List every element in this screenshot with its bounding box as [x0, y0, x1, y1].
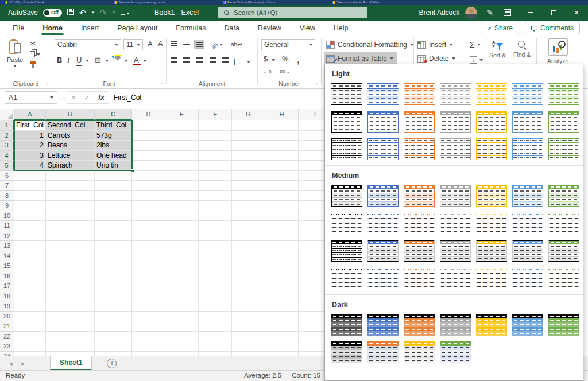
grid-cell-i6[interactable] [299, 171, 324, 181]
grid-cell-i23[interactable] [299, 341, 324, 352]
grid-cell-d18[interactable] [132, 291, 165, 302]
grid-cell-b23[interactable] [46, 341, 95, 352]
grid-cell-g9[interactable] [232, 201, 265, 211]
grid-cell-e1[interactable] [165, 120, 199, 131]
grid-cell-f3[interactable] [199, 141, 232, 151]
save-button[interactable] [67, 9, 74, 17]
grid-cell-h7[interactable] [265, 181, 299, 191]
number-dialog-launcher-icon[interactable]: ¬ [316, 81, 319, 86]
grid-cell-b5[interactable]: Spinach [46, 161, 95, 171]
top-align-button[interactable] [169, 40, 179, 49]
grid-cell-h11[interactable] [265, 221, 299, 231]
grid-cell-f5[interactable] [199, 161, 232, 171]
row-header-10[interactable]: 10 [0, 211, 14, 221]
table-style-thumbnail[interactable] [475, 184, 508, 207]
row-header-15[interactable]: 15 [0, 261, 14, 271]
grid-cell-h1[interactable] [265, 120, 299, 131]
row-header-22[interactable]: 22 [0, 332, 14, 342]
column-header-g[interactable]: G [232, 109, 265, 120]
grid-cell-c6[interactable] [95, 171, 132, 181]
select-all-corner[interactable] [0, 109, 14, 120]
grid-cell-f19[interactable] [199, 301, 232, 312]
align-center-button[interactable] [181, 56, 192, 65]
grid-cell-i13[interactable] [299, 241, 324, 251]
row-header-17[interactable]: 17 [0, 281, 14, 291]
grid-cell-h8[interactable] [265, 191, 299, 201]
row-header-4[interactable]: 4 [0, 151, 14, 161]
column-header-b[interactable]: B [46, 109, 95, 120]
grid-cell-d20[interactable] [132, 312, 165, 322]
sheet-nav-left-icon[interactable]: ◂ [9, 360, 13, 367]
browser-tab[interactable]: Excel Online (Business) - Conn [218, 0, 327, 5]
grid-cell-d21[interactable] [132, 321, 165, 332]
grid-cell-h16[interactable] [265, 271, 299, 282]
table-style-thumbnail[interactable] [475, 138, 508, 161]
grid-cell-g18[interactable] [232, 291, 265, 302]
grid-cell-i8[interactable] [299, 191, 324, 201]
increase-font-size-button[interactable]: Aˆ [148, 40, 154, 48]
grid-cell-a22[interactable] [14, 332, 46, 342]
table-style-thumbnail[interactable] [403, 212, 435, 235]
share-button[interactable]: ↗Share [481, 22, 519, 34]
grid-cell-a13[interactable] [14, 241, 46, 251]
grid-cell-c11[interactable] [95, 221, 132, 231]
maximize-button[interactable] [542, 5, 565, 21]
grid-cell-a18[interactable] [14, 291, 46, 302]
grid-cell-f8[interactable] [199, 191, 232, 201]
table-style-thumbnail[interactable] [439, 110, 471, 133]
browser-tab[interactable]: (7,166) - Granted Book [0, 0, 109, 5]
decrease-decimal-button[interactable]: .00→ [278, 69, 290, 75]
row-header-19[interactable]: 19 [0, 301, 14, 312]
row-header-24[interactable]: 24 [0, 352, 14, 356]
grid-cell-i1[interactable] [299, 120, 324, 131]
grid-cell-a7[interactable] [14, 181, 46, 191]
grid-cell-f22[interactable] [199, 332, 232, 342]
table-style-thumbnail[interactable] [439, 83, 471, 106]
table-style-thumbnail[interactable] [367, 184, 399, 207]
grid-cell-f17[interactable] [199, 281, 232, 291]
grid-cell-i3[interactable] [299, 141, 324, 151]
table-style-thumbnail[interactable] [475, 110, 508, 133]
grid-cell-h15[interactable] [265, 261, 299, 271]
table-style-thumbnail[interactable] [439, 184, 471, 207]
grid-cell-a10[interactable] [14, 211, 46, 221]
font-dialog-launcher-icon[interactable]: ¬ [161, 81, 164, 86]
underline-button[interactable]: U [76, 55, 82, 66]
grid-cell-a6[interactable] [14, 171, 46, 181]
grid-cell-a21[interactable] [14, 321, 46, 332]
table-style-thumbnail[interactable] [403, 110, 435, 133]
grid-cell-c23[interactable] [95, 341, 132, 352]
minimize-button[interactable] [519, 5, 542, 21]
grid-cell-a9[interactable] [14, 201, 46, 211]
table-style-thumbnail[interactable] [439, 267, 471, 290]
grid-cell-d2[interactable] [132, 131, 165, 141]
table-style-thumbnail[interactable] [367, 267, 399, 290]
grid-cell-h3[interactable] [265, 141, 299, 151]
redo-button[interactable]: ↷ [100, 9, 107, 17]
format-as-table-button[interactable]: Format as Table [324, 52, 397, 65]
grid-cell-g23[interactable] [232, 341, 265, 352]
tab-insert[interactable]: Insert [80, 21, 100, 36]
borders-button[interactable]: ⊞ [95, 55, 101, 65]
align-right-button[interactable] [194, 56, 204, 65]
grid-cell-h13[interactable] [265, 241, 299, 251]
grid-cell-f24[interactable] [199, 352, 232, 356]
grid-cell-g15[interactable] [232, 261, 265, 271]
underline-caret-icon[interactable] [86, 60, 89, 62]
grid-cell-e10[interactable] [165, 211, 199, 221]
table-style-thumbnail[interactable] [512, 184, 544, 207]
grid-cell-h20[interactable] [265, 312, 299, 322]
grid-cell-c9[interactable] [95, 201, 132, 211]
orientation-caret-icon[interactable] [219, 44, 223, 46]
undo-button[interactable]: ↶ [79, 9, 86, 17]
table-style-thumbnail[interactable] [367, 239, 399, 262]
grid-cell-i14[interactable] [299, 251, 324, 262]
grid-cell-c12[interactable] [95, 231, 132, 242]
row-header-6[interactable]: 6 [0, 171, 14, 181]
grid-cell-i22[interactable] [299, 332, 324, 342]
grid-cell-g7[interactable] [232, 181, 265, 191]
tab-data[interactable]: Data [223, 21, 240, 36]
paste-button[interactable]: Paste [3, 38, 26, 80]
grid-cell-e20[interactable] [165, 312, 199, 322]
grid-cell-g20[interactable] [232, 312, 265, 322]
